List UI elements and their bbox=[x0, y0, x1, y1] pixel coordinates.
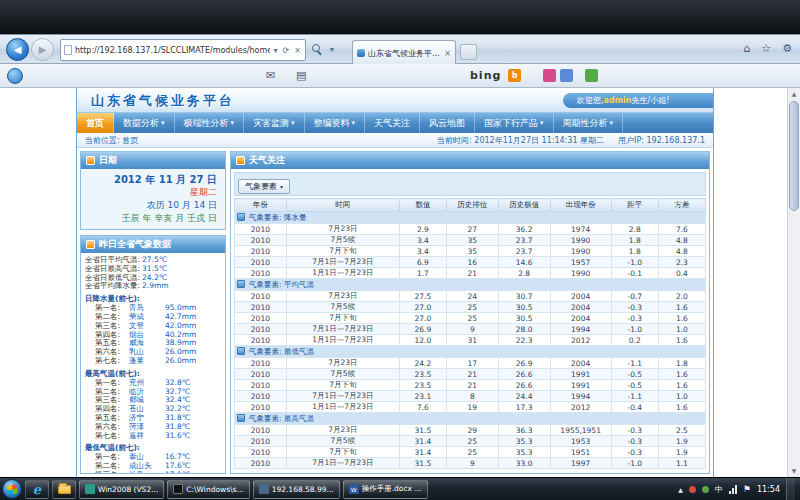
table-cell: 36.3 bbox=[498, 425, 550, 436]
table-cell: 19 bbox=[446, 402, 498, 413]
taskbar-app-button[interactable]: Win2008 (VS2... bbox=[79, 480, 164, 499]
search-icon[interactable] bbox=[312, 44, 323, 55]
document-icon[interactable]: ▤ bbox=[296, 69, 306, 82]
network-icon[interactable] bbox=[729, 485, 737, 494]
column-header: 数值 bbox=[399, 199, 446, 212]
table-cell: 1月1日—7月23日 bbox=[286, 402, 399, 413]
toolbar-app-icon[interactable] bbox=[7, 68, 23, 84]
taskbar-app-button[interactable]: 192.168.58.99... bbox=[253, 480, 340, 499]
table-cell: 31.5 bbox=[399, 425, 446, 436]
collapse-icon[interactable] bbox=[237, 414, 245, 422]
table-cell: -0.1 bbox=[611, 268, 658, 279]
table-group-row[interactable]: 气象要素: 最低气温 bbox=[235, 346, 706, 358]
menu-item[interactable]: 整编资料▾ bbox=[305, 113, 366, 133]
table-cell: -0.7 bbox=[611, 291, 658, 302]
taskbar-app-button[interactable]: C:\Windows\s... bbox=[167, 480, 249, 499]
browser-back-button[interactable]: ◀ bbox=[6, 38, 29, 61]
taskbar-app-button[interactable]: W操作手册.docx ... bbox=[343, 480, 428, 499]
table-cell: 2004 bbox=[550, 291, 611, 302]
toolbar-blue-icon[interactable] bbox=[560, 69, 573, 82]
table-group-row[interactable]: 气象要素: 平均气温 bbox=[235, 279, 706, 291]
chevron-down-icon: ▾ bbox=[610, 119, 614, 127]
table-cell: 1.8 bbox=[658, 358, 705, 369]
collapse-icon[interactable] bbox=[237, 280, 245, 288]
start-button[interactable] bbox=[2, 479, 22, 499]
action-center-flag-icon[interactable]: ⚑ bbox=[743, 484, 751, 494]
table-cell: 2010 bbox=[235, 235, 287, 246]
table-cell: 2.5 bbox=[658, 425, 705, 436]
table-row: 20107月下旬3.43523.719901.84.8 bbox=[235, 246, 706, 257]
menu-item-label: 风云地图 bbox=[429, 117, 465, 130]
language-indicator[interactable]: 中 bbox=[715, 484, 723, 495]
collapse-icon[interactable] bbox=[237, 347, 245, 355]
table-cell: 2010 bbox=[235, 425, 287, 436]
scroll-up-icon[interactable]: ▲ bbox=[788, 88, 800, 100]
menu-item[interactable]: 天气关注 bbox=[365, 113, 420, 133]
settings-icon[interactable]: ⚙ bbox=[782, 42, 792, 55]
stop-icon[interactable]: × bbox=[293, 46, 302, 55]
rank-value: 26.0mm bbox=[165, 357, 196, 366]
table-cell: 36.2 bbox=[498, 224, 550, 235]
menu-item[interactable]: 国家下行产品▾ bbox=[475, 113, 554, 133]
weather-panel-title: 昨日全省气象数据 bbox=[99, 238, 171, 251]
table-cell: 1953 bbox=[550, 436, 611, 447]
toolbar-green-icon[interactable] bbox=[585, 69, 598, 82]
main-menu: 首页数据分析▾极端性分析▾灾害监测▾整编资料▾天气关注风云地图国家下行产品▾周期… bbox=[77, 113, 713, 133]
tab-close-icon[interactable]: × bbox=[444, 49, 451, 58]
home-icon[interactable]: ⌂ bbox=[743, 42, 750, 55]
menu-item[interactable]: 灾害监测▾ bbox=[244, 113, 305, 133]
table-cell: 7.6 bbox=[658, 224, 705, 235]
chevron-down-icon: ▾ bbox=[161, 119, 165, 127]
weather-summary-list: 全省日平均气温:27.5℃全省日最高气温:31.5℃全省日最低气温:24.2℃全… bbox=[85, 256, 221, 291]
browser-forward-button[interactable]: ▶ bbox=[31, 38, 54, 61]
table-cell: 2010 bbox=[235, 224, 287, 235]
refresh-icon[interactable]: ⟳ bbox=[282, 46, 291, 55]
menu-item[interactable]: 风云地图 bbox=[420, 113, 475, 133]
chevron-down-icon: ▾ bbox=[540, 119, 544, 127]
bing-logo[interactable]: bing bbox=[470, 69, 501, 82]
table-cell: 2.0 bbox=[658, 291, 705, 302]
new-tab-button[interactable] bbox=[460, 44, 477, 60]
menu-item[interactable]: 周期性分析▾ bbox=[554, 113, 624, 133]
table-cell: 25 bbox=[446, 302, 498, 313]
table-cell: 1.9 bbox=[658, 447, 705, 458]
show-desktop-button[interactable] bbox=[786, 478, 795, 500]
rank-station: 蓬莱 bbox=[129, 357, 165, 366]
show-hidden-icons[interactable]: ▲ bbox=[678, 486, 683, 493]
collapse-icon[interactable] bbox=[237, 213, 245, 221]
ganzhi-line: 壬辰 年 辛亥 月 壬戌 日 bbox=[89, 212, 217, 225]
search-dropdown-icon[interactable]: ▾ bbox=[329, 45, 335, 54]
table-cell: 2010 bbox=[235, 458, 287, 469]
taskbar-clock[interactable]: 11:54 bbox=[757, 485, 780, 494]
table-cell: 1991 bbox=[550, 380, 611, 391]
table-cell: 2010 bbox=[235, 324, 287, 335]
table-cell: -1.0 bbox=[611, 324, 658, 335]
address-bar[interactable]: http://192.168.137.1/SLCCLIMATE/modules/… bbox=[60, 39, 306, 61]
tray-green-icon[interactable] bbox=[702, 486, 709, 493]
table-cell: 2.3 bbox=[658, 257, 705, 268]
table-cell: 2004 bbox=[550, 302, 611, 313]
menu-item-label: 极端性分析 bbox=[184, 117, 229, 130]
table-cell: 30.7 bbox=[498, 291, 550, 302]
element-filter-button[interactable]: 气象要素 ▾ bbox=[238, 179, 290, 194]
tray-red-icon[interactable] bbox=[689, 486, 696, 493]
address-dropdown-icon[interactable]: ▾ bbox=[273, 46, 279, 55]
app-icon bbox=[85, 484, 95, 494]
browser-tab[interactable]: 山东省气候业务平... × bbox=[352, 40, 456, 65]
scroll-down-icon[interactable]: ▼ bbox=[788, 465, 800, 477]
taskbar-explorer-button[interactable] bbox=[52, 480, 76, 499]
favorites-icon[interactable]: ☆ bbox=[761, 42, 771, 55]
table-group-row[interactable]: 气象要素: 最高气温 bbox=[235, 413, 706, 425]
toolbar-pink-icon[interactable] bbox=[543, 69, 556, 82]
scrollbar-thumb[interactable] bbox=[789, 101, 799, 211]
menu-item[interactable]: 首页 bbox=[77, 113, 114, 133]
summary-value: 2.9mm bbox=[142, 282, 169, 291]
taskbar-ie-button[interactable]: e bbox=[25, 480, 49, 499]
mail-icon[interactable]: ✉ bbox=[266, 69, 275, 82]
table-group-row[interactable]: 气象要素: 降水量 bbox=[235, 212, 706, 224]
table-cell: -0.5 bbox=[611, 369, 658, 380]
vertical-scrollbar[interactable]: ▲ ▼ bbox=[787, 88, 800, 477]
bing-b-icon[interactable]: b bbox=[508, 69, 521, 82]
menu-item[interactable]: 数据分析▾ bbox=[114, 113, 175, 133]
menu-item[interactable]: 极端性分析▾ bbox=[175, 113, 245, 133]
